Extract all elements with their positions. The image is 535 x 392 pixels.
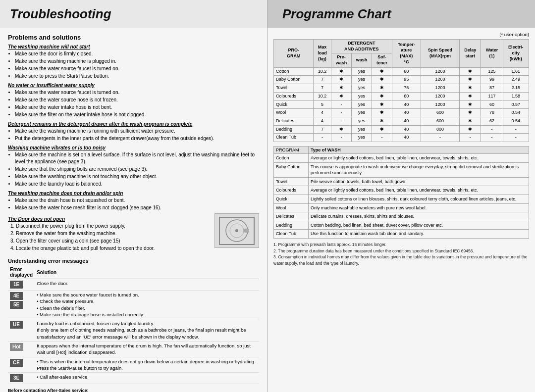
soft-cotton: ✱ <box>372 67 392 76</box>
programme-table-header: PRO-GRAM Maxload(kg) DETERGENTAND ADDITI… <box>274 40 529 68</box>
tw-prog-babycotton: Baby Cotton <box>274 162 309 177</box>
tw-desc-towel: Pile weave cotton towels, bath towel, ba… <box>309 177 529 186</box>
spin-towel: 1200 <box>421 84 460 93</box>
delay-towel: ✱ <box>460 84 481 93</box>
soft-bedding: ✱ <box>372 125 392 134</box>
list-item: Make sure the washing machine is not tou… <box>15 173 259 180</box>
table-row: Coloureds Average or lightly soiled cott… <box>274 186 529 195</box>
troubleshooting-title: Troubleshooting <box>10 6 111 22</box>
type-wash-table: PROGRAM Type of WASH Cotton Average or l… <box>273 146 529 239</box>
error-table: Error displayed Solution 1E Close the do… <box>8 266 259 384</box>
list-item: Make sure the laundry load is balanced. <box>15 181 259 188</box>
temp-cotton: 60 <box>392 67 421 76</box>
pre-cleantub: - <box>331 134 351 142</box>
problem-3-title: Detergent remains in the detergent drawe… <box>8 121 259 127</box>
list-item: Make sure to press the Start/Pause butto… <box>15 73 259 80</box>
list-item: Make sure that the shipping bolts are re… <box>15 166 259 173</box>
list-item: Make sure the machine is set on a level … <box>15 151 259 165</box>
table-row: Cotton 10.2 ✱ yes ✱ 60 1200 ✱ 125 1.61 <box>274 67 529 76</box>
temp-coloureds: 60 <box>392 92 421 100</box>
prog-delicates: Delicates <box>274 117 314 125</box>
user-option-note: (* user option) <box>273 32 529 37</box>
soft-coloureds: ✱ <box>372 92 392 100</box>
tw-prog-bedding: Bedding <box>274 221 309 230</box>
table-row: Bedding 7 ✱ yes ✱ 40 800 ✱ - - <box>274 125 529 134</box>
table-row: Cotton Average or lightly soiled cottons… <box>274 153 529 162</box>
table-row: 1E Close the door. <box>8 279 259 291</box>
problem-5-title: The washing machine does not drain and/o… <box>8 191 259 196</box>
spin-delicates: 600 <box>421 117 460 125</box>
tw-prog-delicates: Delicates <box>274 212 309 221</box>
list-item: Make sure the water hose mesh filter is … <box>15 204 259 211</box>
load-delicates: 4 <box>314 117 331 125</box>
th-spin: Spin Speed(MAX)rpm <box>421 40 460 68</box>
temp-bedding: 40 <box>392 125 421 134</box>
prog-quick: Quick <box>274 100 314 109</box>
header-left: Troubleshooting <box>0 0 268 28</box>
table-row: Towel 7 ✱ yes ✱ 75 1200 ✱ 87 2.15 <box>274 84 529 93</box>
before-contact-title: Before contacting After-Sales service: <box>8 388 89 392</box>
water-wool: 78 <box>481 109 503 117</box>
error-solution-ce: • This is when the internal temperature … <box>35 357 259 373</box>
th-type-wash-label: Type of WASH <box>309 146 529 153</box>
wash-coloureds: yes <box>352 92 372 100</box>
th-prewash: Pre-wash <box>331 53 351 67</box>
water-quick: 60 <box>481 100 503 109</box>
table-row: Clean Tub Use this function to maintain … <box>274 230 529 239</box>
note-3: 3. Consumption in individual homes may d… <box>273 254 529 267</box>
error-solution-hot: It appears when the internal temperature… <box>35 342 259 357</box>
problem-1-title: The washing machine will not start <box>8 44 259 49</box>
temp-cleantub: 40 <box>392 134 421 142</box>
error-code-cell: 4E 5E <box>8 291 35 319</box>
th-program-label: PROGRAM <box>274 146 309 153</box>
table-row: Baby Cotton 7 ✱ yes ✱ 95 1200 ✱ 99 2.49 <box>274 76 529 84</box>
table-row: Wool Only machine washable woolens with … <box>274 203 529 212</box>
wash-wool: yes <box>352 109 372 117</box>
page-wrapper: Troubleshooting Programme Chart Problems… <box>0 0 535 392</box>
load-babycotton: 7 <box>314 76 331 84</box>
th-delay: Delaystart <box>460 40 481 68</box>
note-1: 1. Programme with prewash lasts approx. … <box>273 242 529 248</box>
tw-prog-towel: Towel <box>274 177 309 186</box>
error-code-ue: UE <box>10 321 23 329</box>
list-item: Make sure the drain hose is not squashed… <box>15 197 259 204</box>
wash-bedding: yes <box>352 125 372 134</box>
error-code-cell: Hot <box>8 342 35 357</box>
delay-quick: ✱ <box>460 100 481 109</box>
delay-bedding: ✱ <box>460 125 481 134</box>
problem-2-bullets: Make sure the water source faucet is tur… <box>8 89 259 118</box>
water-cleantub: - <box>481 134 503 142</box>
delay-babycotton: ✱ <box>460 76 481 84</box>
pre-wool: - <box>331 109 351 117</box>
th-temp: Temper-ature(MAX)°C <box>392 40 421 68</box>
error-code-cell: 1E <box>8 279 35 291</box>
load-towel: 7 <box>314 84 331 93</box>
load-cotton: 10.2 <box>314 67 331 76</box>
water-bedding: - <box>481 125 503 134</box>
programme-table: PRO-GRAM Maxload(kg) DETERGENTAND ADDITI… <box>273 39 529 142</box>
th-water: Water(1) <box>481 40 503 68</box>
error-solution-3e: • Call after-sales service. <box>35 373 259 384</box>
content-area: Problems and solutions The washing machi… <box>0 28 535 392</box>
door-svg <box>217 215 257 247</box>
water-cotton: 125 <box>481 67 503 76</box>
table-row: Wool 4 - yes ✱ 40 600 ✱ 78 0.54 <box>274 109 529 117</box>
water-delicates: 62 <box>481 117 503 125</box>
table-row: Baby Cotton This course is appropriate t… <box>274 162 529 177</box>
wash-babycotton: yes <box>352 76 372 84</box>
table-row: Delicates 4 - yes ✱ 40 600 ✱ 62 0.54 <box>274 117 529 125</box>
spin-babycotton: 1200 <box>421 76 460 84</box>
prog-cleantub: Clean Tub <box>274 134 314 142</box>
load-quick: 5 <box>314 100 331 109</box>
load-coloureds: 10.2 <box>314 92 331 100</box>
table-row: UE Laundry load is unbalanced; loosen an… <box>8 319 259 342</box>
error-table-body: 1E Close the door. 4E 5E • Make sure the… <box>8 279 259 384</box>
soft-babycotton: ✱ <box>372 76 392 84</box>
pre-towel: ✱ <box>331 84 351 93</box>
programme-table-body: Cotton 10.2 ✱ yes ✱ 60 1200 ✱ 125 1.61 B… <box>274 67 529 142</box>
pre-coloureds: ✱ <box>331 92 351 100</box>
door-image <box>214 213 259 248</box>
tw-desc-quick: Lightly soiled cottons or linen blouses,… <box>309 195 529 203</box>
svg-point-3 <box>235 229 238 232</box>
type-wash-header: PROGRAM Type of WASH <box>274 146 529 153</box>
